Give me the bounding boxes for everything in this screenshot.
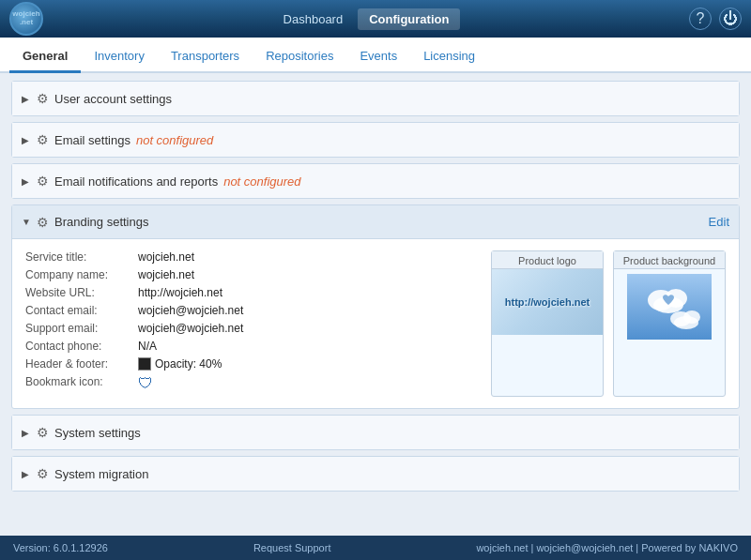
header-icons: ? ⏻ — [689, 8, 742, 30]
label-support-email: Support email: — [25, 322, 138, 335]
label-header-footer: Header & footer: — [25, 357, 138, 371]
toggle-arrow-user: ▶ — [22, 94, 31, 104]
value-service-title: wojcieh.net — [138, 250, 194, 264]
field-contact-email: Contact email: wojcieh@wojcieh.net — [25, 304, 472, 317]
tab-general[interactable]: General — [9, 41, 81, 73]
field-service-title: Service title: wojcieh.net — [25, 250, 472, 264]
gear-icon-system: ⚙ — [37, 425, 49, 440]
gear-icon-user: ⚙ — [37, 91, 49, 106]
label-website-url: Website URL: — [25, 286, 138, 299]
tab-inventory[interactable]: Inventory — [81, 41, 157, 73]
label-service-title: Service title: — [25, 250, 138, 264]
section-system-settings: ▶ ⚙ System settings — [11, 415, 740, 450]
header: wojcieh .net Dashboard Configuration ? ⏻ — [0, 0, 751, 38]
svg-point-6 — [674, 316, 698, 329]
gear-icon-email: ⚙ — [37, 132, 49, 147]
section-notif-title: Email notifications and reports — [54, 174, 218, 189]
product-logo-box: Product logo http://wojcieh.net — [491, 250, 604, 397]
notif-not-configured: not configured — [223, 174, 300, 189]
footer-right: wojcieh.net | wojcieh@wojcieh.net | Powe… — [476, 542, 738, 553]
value-company-name: wojcieh.net — [138, 268, 194, 281]
label-contact-email: Contact email: — [25, 304, 138, 317]
section-branding-title: Branding settings — [54, 215, 148, 229]
section-system-title: System settings — [54, 426, 141, 440]
shield-icon: 🛡 — [138, 375, 153, 392]
section-user-title: User account settings — [54, 92, 172, 106]
logo-circle: wojcieh .net — [9, 2, 43, 36]
cloud-svg — [627, 274, 712, 340]
color-swatch — [138, 357, 151, 371]
field-support-email: Support email: wojcieh@wojcieh.net — [25, 322, 472, 335]
gear-icon-branding: ⚙ — [37, 215, 49, 230]
section-email-notif-header[interactable]: ▶ ⚙ Email notifications and reports not … — [12, 164, 739, 198]
bg-preview — [614, 269, 725, 344]
field-header-footer: Header & footer: Opacity: 40% — [25, 357, 472, 371]
section-system-header[interactable]: ▶ ⚙ System settings — [12, 416, 739, 449]
product-bg-box: Product background — [613, 250, 726, 397]
tab-licensing[interactable]: Licensing — [410, 41, 488, 73]
value-contact-email: wojcieh@wojcieh.net — [138, 304, 243, 317]
section-branding: ▼ ⚙ Branding settings Edit Service title… — [11, 204, 740, 409]
section-user-account-header[interactable]: ▶ ⚙ User account settings — [12, 82, 739, 115]
branding-edit-link[interactable]: Edit — [709, 215, 729, 229]
tab-events[interactable]: Events — [346, 41, 410, 73]
footer-version: Version: 6.0.1.12926 — [13, 542, 108, 553]
value-website-url: http://wojcieh.net — [138, 286, 222, 299]
power-icon[interactable]: ⏻ — [719, 8, 742, 30]
field-company-name: Company name: wojcieh.net — [25, 268, 472, 281]
footer-support[interactable]: Request Support — [253, 542, 331, 553]
field-contact-phone: Contact phone: N/A — [25, 340, 472, 353]
logo-preview: http://wojcieh.net — [492, 269, 603, 335]
section-migration-header[interactable]: ▶ ⚙ System migration — [12, 457, 739, 491]
tabs-bar: General Inventory Transporters Repositor… — [0, 38, 751, 73]
toggle-arrow-notif: ▶ — [22, 176, 31, 187]
header-nav: Dashboard Configuration — [272, 8, 461, 30]
label-company-name: Company name: — [25, 268, 138, 281]
toggle-arrow-email: ▶ — [22, 135, 31, 145]
section-email-settings: ▶ ⚙ Email settings not configured — [11, 122, 740, 158]
section-user-account: ▶ ⚙ User account settings — [11, 81, 740, 116]
toggle-arrow-system: ▶ — [22, 428, 31, 438]
product-bg-label: Product background — [614, 251, 725, 269]
label-bookmark-icon: Bookmark icon: — [25, 375, 138, 392]
section-email-notifications: ▶ ⚙ Email notifications and reports not … — [11, 163, 740, 199]
product-logo-label: Product logo — [492, 251, 603, 269]
logo-text: wojcieh .net — [11, 10, 41, 27]
value-support-email: wojcieh@wojcieh.net — [138, 322, 243, 335]
toggle-arrow-migration: ▶ — [22, 469, 31, 479]
branding-images: Product logo http://wojcieh.net Product … — [491, 250, 726, 397]
section-email-header[interactable]: ▶ ⚙ Email settings not configured — [12, 123, 739, 157]
logo-preview-text: http://wojcieh.net — [505, 296, 590, 308]
main-content: ▶ ⚙ User account settings ▶ ⚙ Email sett… — [0, 73, 751, 536]
branding-body: Service title: wojcieh.net Company name:… — [12, 239, 739, 408]
logo: wojcieh .net — [9, 2, 43, 36]
branding-fields: Service title: wojcieh.net Company name:… — [25, 250, 472, 397]
value-header-footer: Opacity: 40% — [155, 357, 222, 371]
field-bookmark-icon: Bookmark icon: 🛡 — [25, 375, 472, 392]
gear-icon-migration: ⚙ — [37, 466, 49, 481]
nav-configuration[interactable]: Configuration — [358, 8, 460, 30]
nav-dashboard[interactable]: Dashboard — [272, 8, 355, 30]
tab-transporters[interactable]: Transporters — [158, 41, 253, 73]
section-branding-header[interactable]: ▼ ⚙ Branding settings Edit — [12, 205, 739, 239]
section-email-title: Email settings — [54, 133, 130, 147]
field-website-url: Website URL: http://wojcieh.net — [25, 286, 472, 299]
gear-icon-notif: ⚙ — [37, 174, 49, 189]
toggle-arrow-branding: ▼ — [22, 217, 31, 227]
help-icon[interactable]: ? — [689, 8, 712, 30]
section-system-migration: ▶ ⚙ System migration — [11, 456, 740, 492]
section-migration-title: System migration — [54, 467, 148, 481]
footer: Version: 6.0.1.12926 Request Support woj… — [0, 536, 751, 560]
value-contact-phone: N/A — [138, 340, 157, 353]
tab-repositories[interactable]: Repositories — [253, 41, 346, 73]
label-contact-phone: Contact phone: — [25, 340, 138, 353]
email-not-configured: not configured — [136, 133, 213, 147]
